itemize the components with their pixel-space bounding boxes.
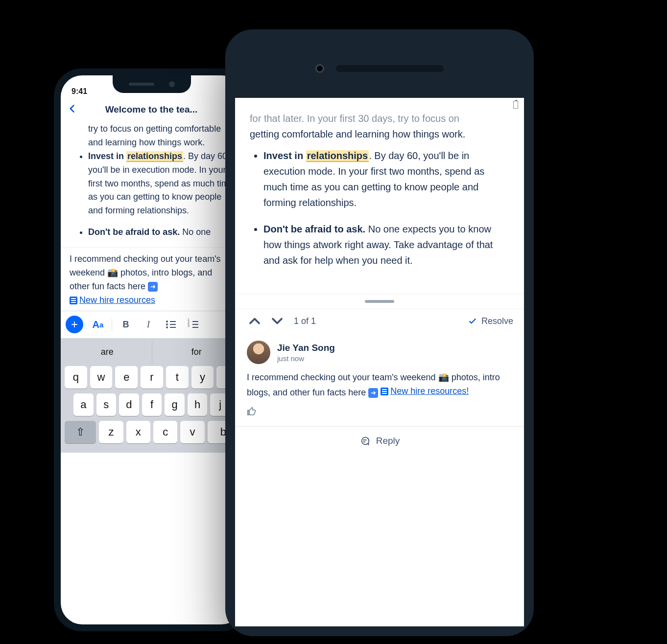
android-frame: for that later. In your first 30 days, t… [225, 29, 534, 636]
android-top-hardware [315, 39, 444, 98]
like-button[interactable] [247, 407, 512, 418]
suggestion[interactable]: are [63, 341, 152, 364]
clock: 9:41 [71, 87, 87, 96]
clipped-text: for that later. In your first 30 days, t… [250, 111, 509, 126]
bold-text: Don't be afraid to ask. [263, 224, 365, 234]
bold-text: Invest in [263, 150, 306, 161]
key-z[interactable]: z [99, 421, 123, 443]
comment-count: 1 of 1 [294, 316, 316, 326]
key-e[interactable]: e [115, 366, 138, 389]
keyboard-row: qwertyu [63, 364, 241, 391]
list-item: Invest in relationships. By day 60, you'… [263, 148, 509, 210]
numbered-list-button[interactable] [183, 315, 204, 334]
list-item: Invest in relationships. By day 60, you'… [88, 150, 234, 218]
check-icon [468, 316, 477, 326]
highlighted-text: relationships [306, 150, 369, 162]
key-g[interactable]: g [165, 393, 185, 416]
key-y[interactable]: y [191, 366, 214, 389]
page-title: Welcome to the tea... [81, 104, 221, 115]
drag-handle-icon[interactable] [365, 300, 394, 303]
bullet-list-button[interactable] [160, 315, 182, 334]
comment-author: Jie Yan Song [277, 343, 335, 353]
key-s[interactable]: s [96, 393, 117, 416]
key-t[interactable]: t [166, 366, 189, 389]
key-c[interactable]: c [153, 421, 177, 443]
comment-timestamp: just now [277, 354, 335, 363]
arrow-emoji-icon: ➔ [148, 282, 158, 292]
resolve-button[interactable]: Resolve [468, 316, 513, 326]
paragraph: I recommend checking out your team's wee… [70, 254, 221, 306]
avatar[interactable] [247, 341, 270, 364]
battery-icon [513, 101, 518, 109]
text-style-button[interactable]: Aa [87, 315, 109, 334]
comment: Jie Yan Song just now I recommend checki… [235, 338, 524, 426]
italic-button[interactable]: I [138, 315, 159, 334]
format-toolbar: + Aa B I [61, 311, 243, 338]
page-link[interactable]: New hire resources [70, 294, 155, 307]
front-camera-icon [169, 81, 175, 87]
highlighted-text: relationships [126, 151, 183, 162]
key-w[interactable]: w [90, 366, 113, 389]
keyboard-row: ⇧zxcvb [63, 418, 241, 446]
back-button[interactable] [68, 102, 77, 117]
chevron-down-icon [268, 312, 286, 330]
thumbs-up-icon [247, 407, 257, 416]
bullet-list: Invest in relationships. By day 60, you'… [70, 150, 234, 239]
list-item: Don't be afraid to ask. No one [88, 226, 234, 239]
camera-emoji-icon: 📸 [438, 371, 449, 385]
comment-icon [359, 436, 370, 446]
chevron-up-icon [246, 312, 263, 330]
page-header: Welcome to the tea... [61, 98, 243, 122]
text: No one [180, 227, 211, 237]
paragraph: try to focus on getting comfortable and … [70, 122, 234, 150]
key-q[interactable]: q [65, 366, 87, 389]
numbered-list-icon [189, 321, 198, 328]
comment-toolbar: 1 of 1 Resolve [235, 309, 524, 338]
camera-emoji-icon: 📸 [107, 266, 118, 280]
key-x[interactable]: x [126, 421, 150, 443]
ios-keyboard: are for qwertyu asdfghj ⇧zxcvb [61, 338, 243, 453]
android-screen: for that later. In your first 30 days, t… [235, 98, 524, 626]
speaker-slot [129, 83, 154, 86]
speaker-slot [336, 65, 444, 72]
arrow-emoji-icon: ➔ [368, 388, 378, 398]
next-comment-button[interactable] [268, 312, 286, 330]
key-a[interactable]: a [73, 393, 94, 416]
comment-header: Jie Yan Song just now [247, 341, 512, 364]
key-d[interactable]: d [119, 393, 139, 416]
front-camera-icon [315, 64, 324, 73]
key-r[interactable]: r [141, 366, 163, 389]
key-f[interactable]: f [142, 393, 162, 416]
list-item: Don't be afraid to ask. No one expects y… [263, 221, 509, 268]
bold-button[interactable]: B [115, 315, 137, 334]
divider [112, 319, 112, 330]
document-icon [381, 388, 388, 395]
document-icon [70, 297, 77, 304]
key-h[interactable]: h [188, 393, 208, 416]
key-v[interactable]: v [180, 421, 204, 443]
paragraph: getting comfortable and learning how thi… [250, 126, 509, 142]
bold-text: Invest in [88, 151, 126, 161]
bullet-list-icon [166, 321, 176, 328]
android-statusbar [235, 98, 524, 112]
shift-key[interactable]: ⇧ [65, 421, 96, 443]
add-button[interactable]: + [66, 316, 83, 333]
prev-comment-button[interactable] [246, 312, 263, 330]
bullet-list: Invest in relationships. By day 60, you'… [250, 148, 509, 268]
document-body[interactable]: try to focus on getting comfortable and … [61, 122, 243, 311]
chevron-left-icon [68, 102, 77, 115]
iphone-frame: 9:41 Welcome to the tea... try to focus … [54, 69, 250, 631]
page-link[interactable]: New hire resources! [381, 385, 469, 398]
iphone-screen: 9:41 Welcome to the tea... try to focus … [61, 75, 243, 624]
iphone-notch [113, 75, 191, 93]
reply-button[interactable]: Reply [235, 426, 524, 455]
document-body[interactable]: for that later. In your first 30 days, t… [235, 112, 524, 294]
keyboard-row: asdfghj [63, 391, 241, 418]
comment-body: I recommend checking out your team's wee… [247, 371, 512, 400]
bold-text: Don't be afraid to ask. [88, 227, 180, 237]
keyboard-suggestions: are for [63, 341, 241, 364]
